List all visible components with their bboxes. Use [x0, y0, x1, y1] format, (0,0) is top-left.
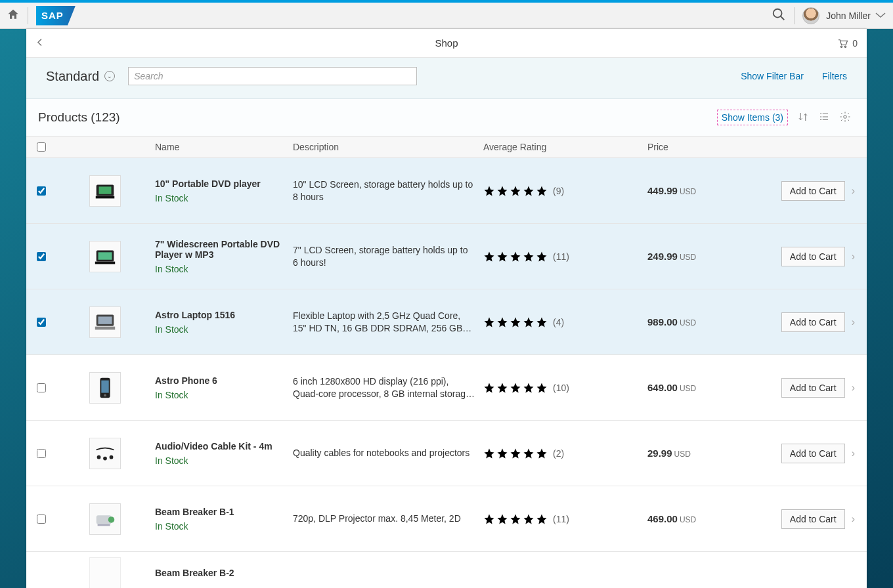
- filters-link[interactable]: Filters: [822, 71, 847, 81]
- page: Shop 0 Standard ⌄ Show Filter Bar Filter…: [26, 29, 867, 588]
- svg-rect-12: [98, 316, 112, 324]
- settings-icon[interactable]: [839, 111, 851, 125]
- chevron-down-icon[interactable]: [875, 10, 886, 21]
- chevron-right-icon[interactable]: ›: [852, 251, 855, 262]
- svg-point-4: [844, 115, 847, 118]
- divider: [794, 7, 795, 24]
- product-thumbnail: [89, 306, 121, 338]
- show-selected-items-link[interactable]: Show Items (3): [717, 110, 788, 125]
- price-currency: USD: [680, 253, 696, 262]
- sort-icon[interactable]: [797, 111, 809, 125]
- chevron-right-icon[interactable]: ›: [852, 382, 855, 394]
- rating-stars: (9): [483, 185, 647, 197]
- price-currency: USD: [680, 187, 696, 196]
- variant-selector[interactable]: Standard ⌄: [46, 69, 115, 84]
- chevron-down-icon: ⌄: [104, 71, 115, 81]
- stock-status: In Stock: [155, 264, 293, 274]
- product-description: 10" LCD Screen, storage battery holds up…: [293, 178, 483, 203]
- home-icon[interactable]: [7, 8, 20, 23]
- group-icon[interactable]: [818, 111, 830, 125]
- cart-button[interactable]: 0: [837, 37, 858, 49]
- rating-stars: (2): [483, 448, 647, 459]
- table-row[interactable]: Beam Breaker B-2: [26, 552, 867, 588]
- table-row[interactable]: 10" Portable DVD playerIn Stock10" LCD S…: [26, 158, 867, 224]
- sap-logo: SAP: [36, 6, 76, 26]
- row-checkbox[interactable]: [37, 449, 46, 458]
- stock-status: In Stock: [155, 455, 293, 466]
- rating-stars: (10): [483, 382, 647, 394]
- price-value: 469.00: [647, 513, 678, 524]
- table-row[interactable]: 7" Widescreen Portable DVD Player w MP3I…: [26, 224, 867, 289]
- page-header: Shop 0: [26, 29, 867, 58]
- rating-stars: (11): [483, 251, 647, 262]
- add-to-cart-button[interactable]: Add to Cart: [781, 444, 845, 463]
- column-header-rating[interactable]: Average Rating: [483, 142, 647, 152]
- add-to-cart-button[interactable]: Add to Cart: [781, 378, 845, 398]
- svg-point-17: [97, 455, 101, 459]
- product-name: 7" Widescreen Portable DVD Player w MP3: [155, 239, 293, 260]
- product-description: 6 inch 1280x800 HD display (216 ppi), Qu…: [293, 375, 483, 400]
- column-header-price[interactable]: Price: [647, 142, 733, 152]
- add-to-cart-button[interactable]: Add to Cart: [781, 247, 845, 266]
- product-name: Astro Laptop 1516: [155, 310, 293, 320]
- product-thumbnail: [89, 438, 121, 469]
- user-name: John Miller: [826, 10, 871, 21]
- product-name: Beam Breaker B-1: [155, 507, 293, 517]
- product-description: Flexible Laptop with 2,5 GHz Quad Core, …: [293, 310, 483, 335]
- table-row[interactable]: Audio/Video Cable Kit - 4mIn StockQualit…: [26, 421, 867, 486]
- product-thumbnail: [89, 241, 121, 272]
- add-to-cart-button[interactable]: Add to Cart: [781, 509, 845, 529]
- avatar[interactable]: [802, 7, 819, 24]
- shell-header: SAP John Miller: [0, 0, 893, 29]
- add-to-cart-button[interactable]: Add to Cart: [781, 181, 845, 201]
- product-description: 7" LCD Screen, storage battery holds up …: [293, 244, 483, 269]
- product-name: Audio/Video Cable Kit - 4m: [155, 441, 293, 452]
- row-checkbox[interactable]: [37, 186, 46, 196]
- row-checkbox[interactable]: [37, 318, 46, 327]
- search-icon[interactable]: [772, 7, 786, 24]
- search-input[interactable]: [128, 67, 417, 85]
- table-header: Name Description Average Rating Price: [26, 136, 867, 158]
- review-count: (4): [553, 317, 564, 327]
- price-value: 989.00: [647, 316, 678, 327]
- rating-stars: (11): [483, 513, 647, 525]
- chevron-right-icon[interactable]: ›: [852, 185, 855, 197]
- select-all-checkbox[interactable]: [37, 142, 46, 152]
- svg-rect-22: [98, 524, 110, 526]
- add-to-cart-button[interactable]: Add to Cart: [781, 312, 845, 332]
- price-value: 449.99: [647, 185, 678, 196]
- price-value: 649.00: [647, 382, 678, 393]
- svg-point-16: [104, 394, 106, 396]
- column-header-name[interactable]: Name: [155, 142, 293, 152]
- review-count: (11): [553, 514, 569, 524]
- price-currency: USD: [674, 450, 691, 459]
- chevron-right-icon[interactable]: ›: [852, 513, 855, 525]
- show-filter-bar-link[interactable]: Show Filter Bar: [741, 71, 804, 81]
- review-count: (9): [553, 186, 564, 196]
- svg-point-2: [841, 46, 842, 47]
- review-count: (10): [553, 383, 569, 393]
- product-thumbnail: [89, 557, 121, 588]
- price-currency: USD: [680, 384, 696, 393]
- page-title: Shop: [435, 37, 458, 49]
- variant-label: Standard: [46, 69, 99, 84]
- row-checkbox[interactable]: [37, 383, 46, 392]
- svg-rect-6: [99, 186, 112, 194]
- product-thumbnail: [89, 503, 121, 535]
- svg-point-3: [845, 46, 846, 47]
- row-checkbox[interactable]: [37, 252, 46, 261]
- column-header-description[interactable]: Description: [293, 142, 483, 152]
- chevron-right-icon[interactable]: ›: [852, 316, 855, 328]
- cart-icon: [837, 37, 848, 49]
- row-checkbox[interactable]: [37, 514, 46, 524]
- back-button[interactable]: [35, 36, 45, 50]
- review-count: (11): [553, 251, 569, 262]
- stock-status: In Stock: [155, 324, 293, 335]
- chevron-right-icon[interactable]: ›: [852, 448, 855, 459]
- product-description: 720p, DLP Projector max. 8,45 Meter, 2D: [293, 513, 483, 525]
- product-thumbnail: [89, 372, 121, 404]
- table-row[interactable]: Beam Breaker B-1In Stock720p, DLP Projec…: [26, 486, 867, 552]
- table-row[interactable]: Astro Phone 6In Stock6 inch 1280x800 HD …: [26, 355, 867, 421]
- table-row[interactable]: Astro Laptop 1516In StockFlexible Laptop…: [26, 289, 867, 355]
- price-currency: USD: [680, 515, 696, 524]
